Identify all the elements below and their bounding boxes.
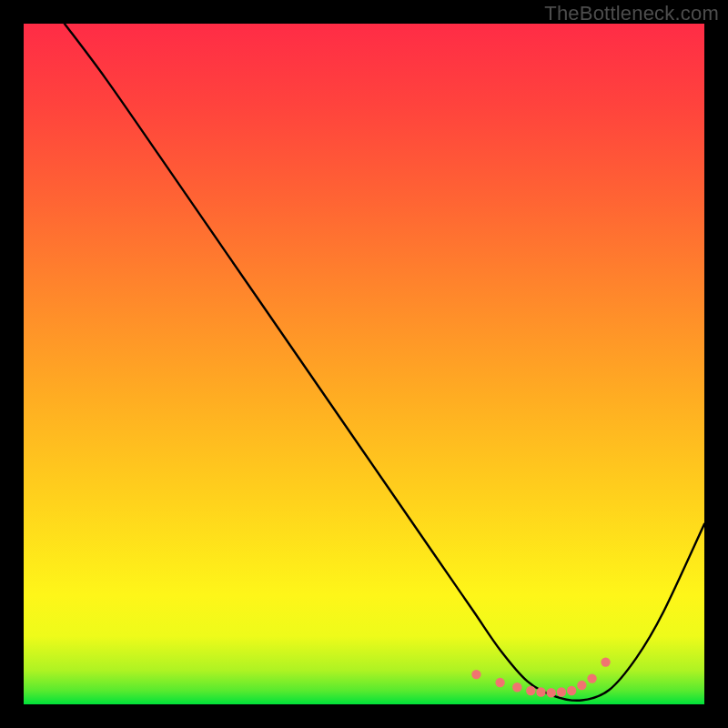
chart-background-gradient xyxy=(24,24,704,704)
svg-rect-0 xyxy=(24,24,704,704)
watermark-text: TheBottleneck.com xyxy=(544,2,719,25)
chart-frame: TheBottleneck.com xyxy=(0,0,728,728)
